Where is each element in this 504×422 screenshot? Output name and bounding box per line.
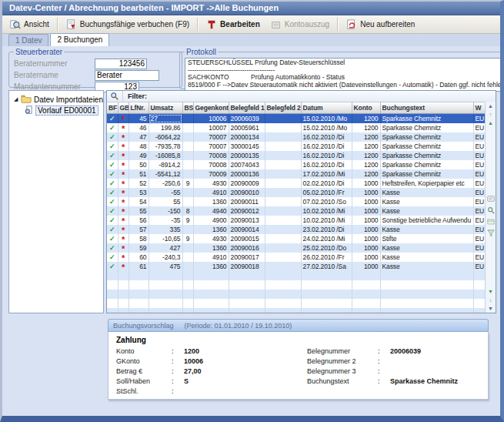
column-header-datum[interactable]: Datum (301, 102, 352, 114)
cell-gegenkonto: 10006 (193, 114, 229, 124)
cell-datum: 26.02.2010 /Fr (301, 253, 352, 262)
colon-separator: : (172, 347, 184, 355)
filter-search-icon[interactable] (107, 91, 123, 102)
cell-lfnr: 59 (129, 243, 149, 253)
column-header-bs[interactable]: BS (182, 102, 193, 114)
protokoll-groupbox: Protokoll STEUERSCHLÜSSEL Prüfung Datev-… (179, 48, 504, 89)
bookings-grid-panel: Filter: BFGBLfNr.UmsatzBSGegenkontoBeleg… (106, 90, 496, 313)
search-records-icon[interactable] (487, 206, 495, 215)
tree-item-vorlauf[interactable]: Vorlauf ED00001 (9, 105, 103, 116)
toolbar-button-bearbeiten[interactable]: Bearbeiten (201, 17, 265, 32)
table-row[interactable]: ✓*52-250,6949302009000902.02.2010 /Di100… (107, 179, 486, 188)
cell-lfnr: 47 (129, 132, 149, 142)
toolbar-button-neu-aufbereiten[interactable]: Neu aufbereiten (341, 17, 420, 32)
column-header-umsatz[interactable]: Umsatz (149, 102, 182, 114)
cell-text: Kasse (380, 253, 473, 262)
table-row[interactable]: ✓*58-10,65949302009001524.02.2010 /Mi100… (107, 234, 486, 243)
vorschlag-field-belegnummer: Belegnummer:20006039 (307, 346, 458, 356)
vorschlag-value: 27,00 (184, 367, 202, 375)
toolbar-separator (197, 18, 199, 31)
column-header-w[interactable]: W (473, 102, 486, 114)
protokoll-legend: Protokoll (185, 48, 218, 56)
colon-separator: : (172, 357, 184, 365)
cell-konto: 1000 (352, 253, 380, 262)
flag-star-icon: * (122, 255, 125, 261)
column-header-beleg2[interactable]: Belegfeld 2 (265, 102, 301, 114)
vorschlag-field-gkonto: GKonto:10006 (116, 356, 203, 366)
scroll-page-down-icon[interactable]: ↓ (486, 296, 496, 304)
cell-lfnr: 53 (129, 188, 149, 197)
cell-umsatz: -150 (149, 206, 182, 216)
vorschlag-value: 20006039 (390, 347, 421, 355)
cell-text: Kasse (380, 197, 473, 206)
table-row[interactable]: ✓*4527100062000603915.02.2010 /Mo1200Spa… (107, 114, 486, 124)
column-header-gegenkonto[interactable]: Gegenkonto (193, 102, 229, 114)
table-row[interactable]: ✓*53-5549102009001005.02.2010 /Fr1000Kas… (107, 188, 486, 197)
scroll-down-icon[interactable]: ▼ (486, 287, 496, 296)
table-row[interactable]: ✓*5733513602009001423.02.2010 /Di1000Kas… (107, 225, 486, 234)
table-row[interactable]: ✓*49-16085,8700082000013516.02.2010 /Di1… (107, 151, 486, 160)
scroll-page-up-icon[interactable]: ↑ (486, 110, 496, 119)
posted-check-icon: ✓ (109, 235, 115, 243)
column-header-lfnr[interactable]: LfNr. (129, 102, 149, 114)
table-row[interactable]: ✓*6147513602009001827.02.2010 /Sa1000Kas… (107, 262, 486, 271)
tree-expand-icon[interactable]: ◢ (14, 96, 18, 102)
table-row[interactable]: ✓*50-8914,2700082007404316.02.2010 /Di12… (107, 160, 486, 169)
tab-2-buchungen[interactable]: 2 Buchungen (50, 33, 109, 46)
table-row[interactable]: ✓*47-6064,22700072000013416.02.2010 /Di1… (107, 132, 486, 142)
input-beraternummer[interactable] (95, 59, 147, 69)
dataset-icon[interactable] (487, 218, 495, 226)
input-beratername[interactable] (95, 70, 159, 81)
scroll-to-bottom-icon[interactable]: ▼ (486, 304, 496, 313)
empty-row (107, 271, 486, 280)
flag-star-icon: * (122, 236, 125, 243)
table-row[interactable]: ✓*60-240,349102009001726.02.2010 /Fr1000… (107, 253, 486, 262)
cell-text: Sparkasse Chemnitz (380, 114, 473, 124)
tab-1-datev[interactable]: 1 Datev (8, 34, 48, 46)
cell-konto: 1000 (352, 262, 380, 271)
table-row[interactable]: ✓*55-150849402009001210.02.2010 /Mi1000K… (107, 206, 486, 216)
column-header-konto[interactable]: Konto (352, 102, 380, 114)
cell-gegenkonto: 4910 (193, 253, 229, 262)
cell-beleg1: 30000145 (229, 142, 265, 151)
column-header-beleg1[interactable]: Belegfeld 1 (229, 102, 265, 114)
cell-datum: 27.02.2010 /Sa (301, 262, 352, 271)
table-row[interactable]: ✓*51-5541,12700092000013617.02.2010 /Mi1… (107, 169, 486, 179)
cell-lfnr: 58 (129, 234, 149, 243)
cell-gegenkonto: 70008 (193, 151, 229, 160)
cell-gegenkonto: 1360 (193, 243, 229, 253)
table-row[interactable]: ✓*545513602009001107.02.2010 /So1000Kass… (107, 197, 486, 206)
table-header-row[interactable]: BFGBLfNr.UmsatzBSGegenkontoBelegfeld 1Be… (107, 102, 486, 114)
column-header-text[interactable]: Buchungstext (380, 102, 473, 114)
table-row[interactable]: ✓*46199,86100072000596115.02.2010 /Mo120… (107, 123, 486, 132)
table-row[interactable]: ✓*5942713602009001625.02.2010 /Do1000Kas… (107, 243, 486, 253)
tree-root-datev-importdateien[interactable]: ◢ Datev Importdateien (9, 94, 103, 105)
protokoll-textbox[interactable]: STEUERSCHLÜSSEL Prüfung Datev-Steuerschl… (185, 58, 504, 92)
table-row[interactable]: ✓*56-35949002009001310.02.2010 /Mi1000So… (107, 216, 486, 225)
vorschlag-value: Sparkasse Chemnitz (390, 377, 458, 385)
cell-w: EU (473, 160, 486, 169)
toolbar-button-buchungsf-hige-verbuchen-f9-[interactable]: Buchungsfähige verbuchen (F9) (61, 17, 195, 32)
column-header-bf[interactable]: BF (107, 102, 118, 114)
cell-bs (182, 114, 193, 124)
filter-funnel-icon[interactable] (487, 229, 495, 238)
cell-bs: 8 (182, 206, 193, 216)
scroll-to-top-icon[interactable]: ▲ (486, 102, 496, 110)
grid-scrollbar[interactable]: ▲ ↑ ▲ ▼ ↓ ▼ (485, 102, 496, 313)
cell-beleg1: 20090014 (229, 225, 265, 234)
cell-konto: 1200 (352, 123, 380, 132)
posted-check-icon: ✓ (109, 207, 115, 215)
table-row[interactable]: ✓*48-7935,78700073000014516.02.2010 /Di1… (107, 142, 486, 151)
cell-datum: 23.02.2010 /Di (301, 225, 352, 234)
toolbar-button-ansicht[interactable]: Ansicht (5, 17, 55, 32)
vorschlag-label: Belegnummer 3 (307, 367, 378, 375)
cell-beleg2 (265, 160, 301, 169)
vorschlag-value: 1200 (184, 347, 199, 355)
cell-beleg1: 20090017 (229, 253, 265, 262)
column-header-gb[interactable]: GB (118, 102, 129, 114)
posted-check-icon: ✓ (109, 133, 115, 141)
empty-row (107, 308, 486, 313)
card-view-icon[interactable] (487, 195, 495, 203)
cell-w: EU (473, 123, 486, 132)
scroll-up-icon[interactable]: ▲ (486, 119, 496, 127)
